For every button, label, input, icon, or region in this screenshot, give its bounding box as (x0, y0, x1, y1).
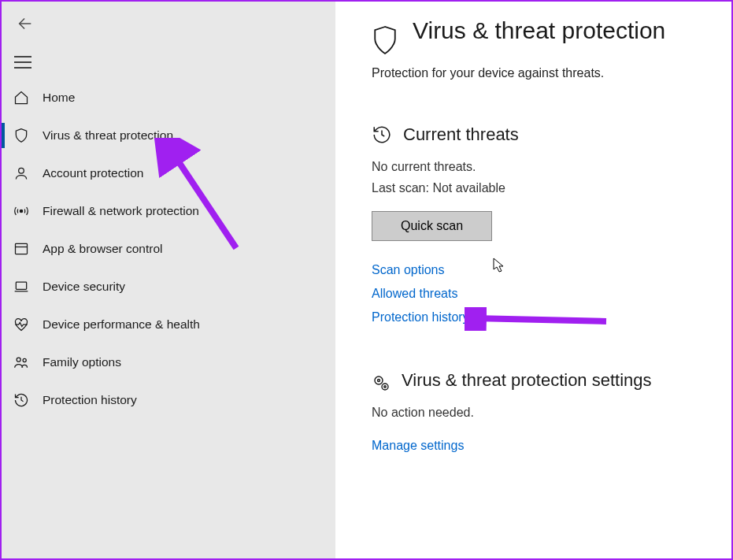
heart-icon (13, 316, 30, 333)
nav-item-label: Home (43, 91, 75, 105)
nav-item-device-security[interactable]: Device security (2, 268, 335, 306)
home-icon (13, 89, 30, 106)
person-icon (13, 165, 30, 182)
svg-point-5 (20, 210, 22, 212)
page-subtitle: Protection for your device against threa… (372, 66, 700, 80)
shield-large-icon (372, 25, 398, 55)
nav-item-label: App & browser control (43, 242, 163, 256)
family-icon (13, 354, 30, 371)
hamburger-button[interactable] (2, 52, 335, 79)
nav-item-home[interactable]: Home (2, 79, 335, 117)
svg-point-14 (382, 384, 388, 390)
svg-point-10 (17, 358, 20, 362)
allowed-threats-link[interactable]: Allowed threats (372, 287, 700, 301)
settings-status: No action needed. (372, 402, 700, 423)
nav-item-label: Family options (43, 355, 121, 369)
last-scan-status: Last scan: Not available (372, 177, 700, 198)
nav-item-firewall[interactable]: Firewall & network protection (2, 192, 335, 230)
svg-point-11 (23, 358, 26, 362)
section-current-threats: Current threats No current threats. Last… (372, 123, 700, 325)
nav-item-app-browser[interactable]: App & browser control (2, 230, 335, 268)
gear-icon (372, 373, 391, 392)
scan-history-icon (372, 124, 392, 145)
protection-history-link[interactable]: Protection history (372, 310, 700, 325)
quick-scan-button[interactable]: Quick scan (372, 211, 492, 241)
svg-point-13 (378, 380, 380, 382)
nav-item-device-performance[interactable]: Device performance & health (2, 306, 335, 343)
nav-item-protection-history[interactable]: Protection history (2, 381, 335, 419)
section-settings: Virus & threat protection settings No ac… (372, 369, 700, 453)
svg-point-4 (19, 168, 24, 173)
menu-icon (14, 55, 323, 69)
nav-item-label: Account protection (43, 166, 143, 180)
antenna-icon (13, 202, 30, 220)
nav-item-family[interactable]: Family options (2, 343, 335, 381)
section-title: Virus & threat protection settings (402, 369, 652, 392)
nav-item-label: Protection history (43, 393, 137, 407)
history-icon (13, 391, 30, 409)
back-arrow-icon (17, 15, 34, 32)
nav-item-label: Device performance & health (43, 317, 200, 332)
manage-settings-link[interactable]: Manage settings (372, 439, 700, 453)
back-button[interactable] (13, 11, 38, 36)
threat-status: No current threats. (372, 156, 700, 177)
svg-point-12 (375, 376, 383, 384)
nav-item-label: Firewall & network protection (43, 204, 199, 218)
nav-item-account[interactable]: Account protection (2, 154, 335, 192)
sidebar: Home Virus & threat protection Account p… (2, 2, 335, 558)
laptop-icon (13, 278, 30, 295)
nav-item-virus-threat[interactable]: Virus & threat protection (2, 117, 335, 154)
nav-item-label: Virus & threat protection (43, 128, 173, 143)
shield-icon (13, 127, 30, 144)
nav-list: Home Virus & threat protection Account p… (2, 79, 335, 419)
nav-item-label: Device security (43, 280, 125, 294)
main-content: Virus & threat protection Protection for… (335, 2, 731, 558)
svg-point-15 (384, 386, 386, 388)
browser-icon (13, 240, 30, 258)
svg-rect-6 (16, 243, 28, 254)
page-title: Virus & threat protection (413, 16, 665, 46)
svg-rect-8 (16, 282, 26, 289)
section-title: Current threats (403, 123, 519, 146)
scan-options-link[interactable]: Scan options (372, 263, 700, 277)
